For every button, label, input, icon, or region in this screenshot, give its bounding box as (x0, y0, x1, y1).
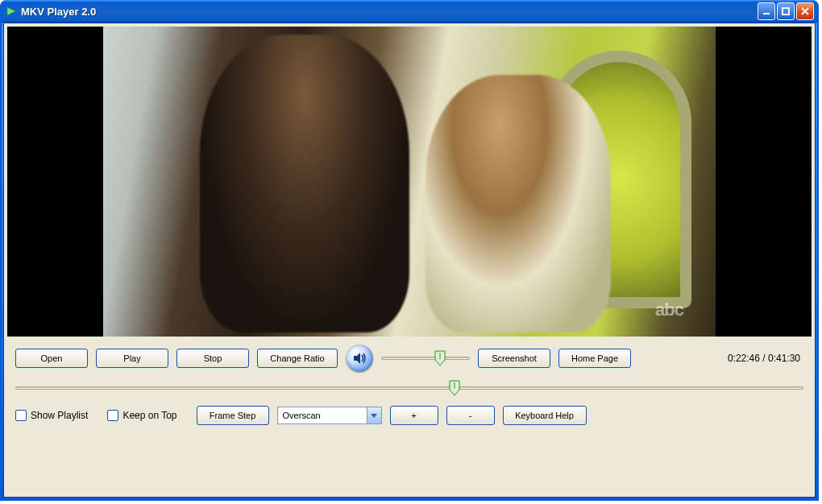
app-window: MKV Player 2.0 abc Open Pl (0, 0, 819, 501)
close-button[interactable] (796, 2, 814, 20)
zoom-in-button[interactable]: + (390, 406, 438, 425)
keyboard-help-button[interactable]: Keyboard Help (503, 406, 587, 425)
chevron-down-icon (367, 407, 381, 423)
stop-button[interactable]: Stop (176, 349, 249, 368)
titlebar[interactable]: MKV Player 2.0 (2, 0, 817, 23)
minimize-button[interactable] (758, 2, 775, 20)
app-play-icon (6, 6, 16, 16)
screenshot-button[interactable]: Screenshot (478, 349, 550, 368)
show-playlist-checkbox[interactable]: Show Playlist (15, 410, 88, 421)
overscan-select[interactable]: Overscan (277, 407, 382, 424)
time-total: 0:41:30 (768, 353, 800, 364)
toolbar-row-2: Show Playlist Keep on Top Frame Step Ove… (15, 404, 803, 425)
keep-on-top-checkbox[interactable]: Keep on Top (107, 410, 176, 421)
time-display: 0:22:46 / 0:41:30 (728, 353, 803, 364)
controls-panel: Open Play Stop Change Ratio (4, 337, 815, 497)
checkbox-box-icon (107, 410, 118, 421)
change-ratio-button[interactable]: Change Ratio (257, 349, 338, 368)
toolbar-row-1: Open Play Stop Change Ratio (15, 345, 803, 372)
play-button[interactable]: Play (96, 349, 168, 368)
seek-row (15, 380, 803, 396)
time-sep: / (760, 353, 768, 364)
keep-on-top-label: Keep on Top (122, 410, 176, 421)
volume-icon[interactable] (346, 345, 373, 372)
open-button[interactable]: Open (15, 349, 88, 368)
seek-slider[interactable] (15, 380, 803, 396)
svg-rect-2 (783, 8, 789, 14)
volume-slider[interactable] (381, 350, 470, 366)
svg-marker-8 (371, 414, 377, 418)
checkbox-box-icon (15, 410, 27, 421)
show-playlist-label: Show Playlist (31, 410, 88, 421)
frame-step-button[interactable]: Frame Step (197, 406, 269, 425)
video-area[interactable]: abc (7, 27, 812, 337)
video-frame: abc (103, 27, 716, 337)
maximize-button[interactable] (777, 2, 795, 20)
time-current: 0:22:46 (728, 353, 760, 364)
window-buttons (758, 2, 814, 20)
svg-marker-3 (354, 353, 360, 364)
svg-rect-1 (763, 13, 770, 14)
overscan-value: Overscan (278, 411, 367, 420)
client-area: abc Open Play Stop Change Ratio (3, 23, 816, 498)
svg-marker-0 (7, 7, 15, 15)
zoom-out-button[interactable]: - (446, 406, 495, 425)
window-title: MKV Player 2.0 (21, 6, 758, 18)
home-page-button[interactable]: Home Page (558, 349, 631, 368)
broadcast-watermark: abc (655, 300, 683, 320)
